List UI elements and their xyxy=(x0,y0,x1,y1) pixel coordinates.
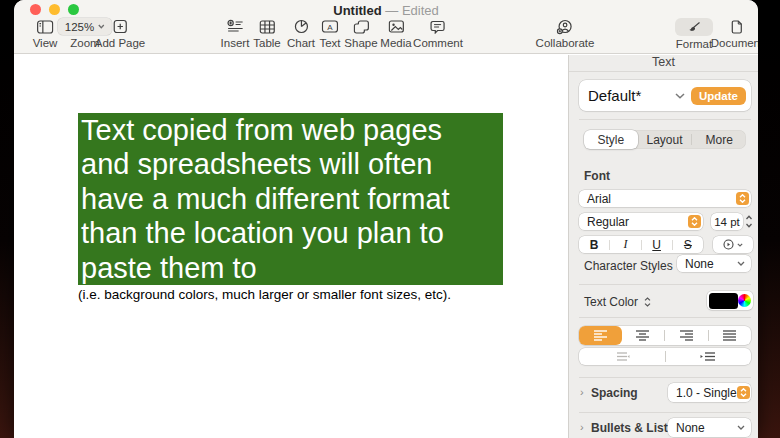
pages-window: Untitled — Edited View 125% Zoom xyxy=(14,0,758,438)
document-page-icon xyxy=(731,18,743,35)
underline-button[interactable]: U xyxy=(642,236,672,253)
color-wheel-icon[interactable] xyxy=(738,294,751,307)
chevron-down-icon xyxy=(737,243,743,247)
divider xyxy=(569,71,758,72)
paragraph-style-name: Default* xyxy=(588,87,675,104)
highlighted-paragraph[interactable]: Text copied from web pages and spreadshe… xyxy=(78,113,503,285)
format-active-pill xyxy=(675,18,713,36)
pie-chart-icon xyxy=(294,18,309,35)
stepper-icon xyxy=(688,215,701,228)
toolbar-collaborate-button[interactable]: Collaborate xyxy=(536,18,595,49)
advanced-text-options-button[interactable] xyxy=(713,236,753,253)
toolbar-view-label: View xyxy=(33,37,58,49)
edited-status: — Edited xyxy=(385,3,438,18)
font-size-field[interactable]: 14 pt xyxy=(711,213,743,230)
toolbar-media-button[interactable]: Media xyxy=(380,18,411,49)
document-canvas[interactable]: Text copied from web pages and spreadshe… xyxy=(14,55,568,438)
update-style-button[interactable]: Update xyxy=(691,87,746,105)
stepper-icon xyxy=(736,192,749,205)
shapes-icon xyxy=(353,18,369,35)
tab-style[interactable]: Style xyxy=(584,130,638,149)
character-styles-value: None xyxy=(685,257,737,271)
font-size-stepper[interactable] xyxy=(745,214,753,229)
chevron-down-icon xyxy=(737,261,745,266)
text-color-label-text: Text Color xyxy=(584,295,638,309)
toolbar-comment-button[interactable]: Comment xyxy=(413,18,463,49)
current-color-swatch xyxy=(709,293,738,309)
font-style-buttons: B I U S xyxy=(579,236,703,253)
tab-more[interactable]: More xyxy=(692,130,746,149)
chevron-down-icon xyxy=(675,93,685,99)
divider xyxy=(579,284,751,285)
tab-layout[interactable]: Layout xyxy=(638,130,692,149)
toolbar-insert-button[interactable]: Insert xyxy=(221,18,250,49)
toolbar-collaborate-label: Collaborate xyxy=(536,37,595,49)
toolbar-add-page-label: Add Page xyxy=(95,37,146,49)
toolbar-table-button[interactable]: Table xyxy=(253,18,281,49)
sidebar-title: Text xyxy=(569,55,758,71)
spacing-value: 1.0 - Single xyxy=(676,386,737,400)
align-left-button[interactable] xyxy=(579,326,622,345)
paragraph-line: than the location you plan to xyxy=(81,216,503,250)
toolbar-media-label: Media xyxy=(380,37,411,49)
italic-button[interactable]: I xyxy=(610,236,640,253)
document-title: Untitled xyxy=(333,3,381,18)
paragraph-style-selector[interactable]: Default* Update xyxy=(579,80,751,111)
stepper-icon xyxy=(737,386,750,399)
increase-indent-button[interactable] xyxy=(666,348,752,365)
media-image-icon xyxy=(388,18,404,35)
text-box-icon: A xyxy=(322,18,339,35)
strikethrough-button[interactable]: S xyxy=(673,236,703,253)
paragraph-line: Text copied from web pages xyxy=(81,113,503,147)
advanced-options-icon xyxy=(723,239,734,250)
paragraph-line: have a much different format xyxy=(81,182,503,216)
decrease-indent-button[interactable] xyxy=(579,348,665,365)
toolbar-document-button[interactable]: Document xyxy=(711,18,758,49)
divider xyxy=(579,317,751,318)
divider xyxy=(579,412,751,413)
toolbar-shape-button[interactable]: Shape xyxy=(344,18,377,49)
toolbar-format-button[interactable]: Format xyxy=(675,18,713,50)
toolbar-chart-button[interactable]: Chart xyxy=(287,18,315,49)
toolbar-text-label: Text xyxy=(319,37,340,49)
bullets-lists-select[interactable]: None xyxy=(668,418,751,437)
toolbar-view-button[interactable]: View xyxy=(33,18,58,49)
comment-bubble-icon xyxy=(430,18,445,35)
divider xyxy=(579,377,751,378)
character-styles-select[interactable]: None xyxy=(677,255,751,272)
sidebar-panel-icon xyxy=(37,18,54,35)
toolbar-add-page-button[interactable]: Add Page xyxy=(95,18,146,49)
toolbar-text-button[interactable]: A Text xyxy=(319,18,340,49)
bullets-disclosure-icon[interactable]: › xyxy=(580,421,584,433)
table-icon xyxy=(259,18,275,35)
indent-buttons xyxy=(579,348,751,365)
caption-text[interactable]: (i.e. background colors, much larger or … xyxy=(78,287,451,302)
align-justify-button[interactable] xyxy=(709,326,752,345)
toolbar-format-label: Format xyxy=(676,38,712,50)
font-weight-select[interactable]: Regular xyxy=(579,213,703,230)
format-sidebar: Text Default* Update Style Layout More F… xyxy=(568,55,758,438)
up-down-chevrons-icon xyxy=(644,297,651,307)
window-title: Untitled — Edited xyxy=(14,3,758,18)
font-weight-value: Regular xyxy=(587,215,688,229)
paintbrush-icon xyxy=(688,21,701,34)
text-color-well[interactable] xyxy=(707,291,753,310)
toolbar-document-label: Document xyxy=(711,37,758,49)
zoom-value: 125% xyxy=(65,21,94,33)
character-styles-label: Character Styles xyxy=(584,259,673,273)
spacing-disclosure-icon[interactable]: › xyxy=(580,386,584,398)
align-center-button[interactable] xyxy=(622,326,665,345)
add-page-icon xyxy=(112,18,127,35)
align-right-button[interactable] xyxy=(665,326,708,345)
toolbar-comment-label: Comment xyxy=(413,37,463,49)
collaborate-person-icon xyxy=(557,18,573,35)
spacing-select[interactable]: 1.0 - Single xyxy=(668,383,751,402)
font-family-select[interactable]: Arial xyxy=(579,190,751,207)
bold-button[interactable]: B xyxy=(579,236,609,253)
text-color-label: Text Color xyxy=(584,295,651,309)
divider xyxy=(579,119,751,120)
insert-icon xyxy=(226,18,243,35)
font-size-value: 14 pt xyxy=(714,216,740,228)
toolbar-chart-label: Chart xyxy=(287,37,315,49)
toolbar-table-label: Table xyxy=(253,37,281,49)
